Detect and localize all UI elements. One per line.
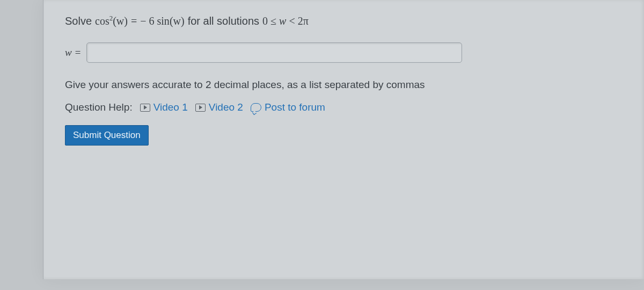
help-label: Question Help: — [65, 102, 133, 113]
video1-text: Video 1 — [153, 102, 188, 113]
submit-button[interactable]: Submit Question — [65, 125, 149, 146]
forum-text: Post to forum — [265, 102, 325, 113]
question-prompt: Solve cos2(w) = − 6 sin(w) for all solut… — [65, 15, 623, 27]
help-row: Question Help: Video 1 Video 2 Post to f… — [65, 102, 623, 113]
video1-link[interactable]: Video 1 — [140, 102, 188, 113]
solve-word: Solve — [65, 15, 92, 27]
forum-link[interactable]: Post to forum — [251, 102, 325, 113]
play-icon — [195, 104, 206, 112]
rhs-expression: − 6 sin(w) — [140, 15, 184, 27]
equals-sign: = — [131, 15, 137, 27]
cond-prefix: for all solutions — [188, 15, 259, 27]
answer-label: w = — [65, 47, 81, 59]
speech-bubble-icon — [251, 103, 261, 112]
answer-input[interactable] — [86, 42, 462, 63]
hint-text: Give your answers accurate to 2 decimal … — [65, 79, 623, 91]
question-card: Solve cos2(w) = − 6 sin(w) for all solut… — [43, 0, 644, 279]
video2-text: Video 2 — [209, 102, 243, 113]
play-icon — [140, 104, 150, 112]
lhs-expression: cos2(w) — [95, 15, 128, 27]
answer-row: w = — [65, 42, 623, 63]
video2-link[interactable]: Video 2 — [195, 102, 243, 113]
range-expression: 0 ≤ w < 2π — [262, 15, 309, 27]
